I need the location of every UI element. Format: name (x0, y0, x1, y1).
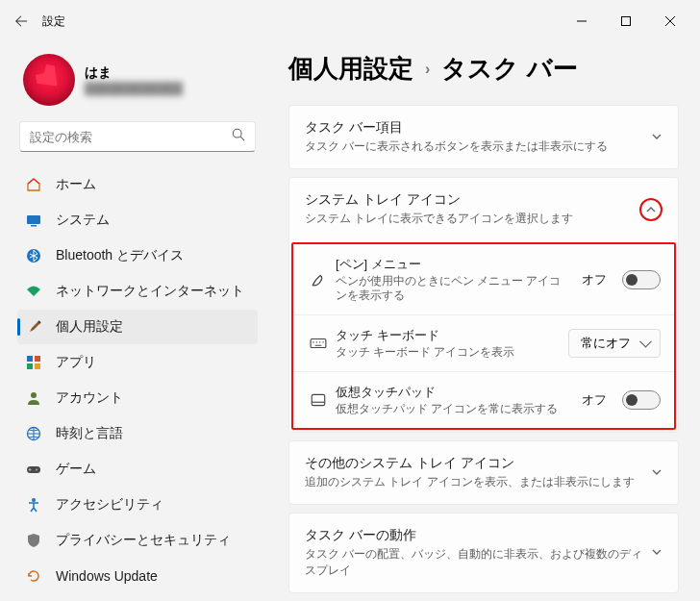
row-virtual-touchpad: 仮想タッチパッド 仮想タッチパッド アイコンを常に表示する オフ (293, 372, 674, 428)
sidebar-item-label: 時刻と言語 (56, 425, 123, 442)
card-taskbar-behavior[interactable]: タスク バーの動作 タスク バーの配置、バッジ、自動的に非表示、および複数のディ… (288, 513, 679, 593)
pen-icon (309, 271, 328, 288)
toggle-state-label: オフ (582, 271, 607, 288)
toggle-pen-menu[interactable] (622, 270, 661, 289)
card-title: システム トレイ アイコン (305, 191, 639, 209)
breadcrumb: 個人用設定 › タスク バー (288, 52, 679, 86)
sidebar-item-label: アカウント (56, 389, 123, 407)
chevron-up-highlight-icon (639, 198, 662, 221)
sidebar-item-accounts[interactable]: アカウント (17, 381, 258, 415)
window-title: 設定 (42, 13, 65, 30)
row-touch-keyboard: タッチ キーボード タッチ キーボード アイコンを表示 常にオフ (293, 315, 674, 372)
maximize-button[interactable] (604, 6, 648, 37)
page-title: タスク バー (441, 52, 577, 86)
card-title: タスク バーの動作 (305, 527, 651, 544)
avatar (23, 54, 75, 106)
search-box[interactable] (19, 121, 256, 152)
sidebar-item-gaming[interactable]: ゲーム (17, 452, 258, 487)
svg-rect-7 (27, 363, 33, 369)
user-email: ████████████ (85, 82, 183, 95)
sidebar-item-update[interactable]: Windows Update (17, 559, 258, 593)
minimize-icon (577, 16, 587, 26)
sidebar-item-bluetooth[interactable]: Bluetooth とデバイス (17, 238, 258, 273)
svg-rect-2 (27, 215, 40, 224)
sidebar-item-label: アクセシビリティ (56, 496, 163, 513)
sidebar-item-label: プライバシーとセキュリティ (56, 532, 231, 549)
svg-point-13 (32, 498, 36, 502)
row-title: タッチ キーボード (336, 327, 559, 344)
search-icon (232, 128, 245, 145)
user-name: はま (85, 64, 183, 82)
card-title: タスク バー項目 (305, 119, 651, 137)
chevron-right-icon: › (425, 61, 430, 78)
svg-rect-0 (622, 17, 631, 26)
home-icon (25, 176, 42, 193)
gamepad-icon (25, 461, 42, 478)
card-subtitle: タスク バーの配置、バッジ、自動的に非表示、および複数のディスプレイ (305, 546, 651, 579)
sidebar-item-label: 個人用設定 (56, 318, 123, 336)
touchpad-icon (309, 391, 328, 409)
bluetooth-icon (25, 247, 42, 264)
chevron-down-icon (651, 464, 662, 482)
toggle-virtual-touchpad[interactable] (622, 390, 661, 410)
accessibility-icon (25, 496, 42, 513)
globe-icon (25, 425, 42, 442)
sidebar-item-accessibility[interactable]: アクセシビリティ (17, 488, 258, 522)
card-subtitle: 追加のシステム トレイ アイコンを表示、または非表示にします (305, 474, 651, 490)
row-subtitle: 仮想タッチパッド アイコンを常に表示する (336, 402, 572, 416)
sidebar-item-label: ネットワークとインターネット (56, 283, 244, 300)
row-title: 仮想タッチパッド (336, 384, 572, 401)
select-touch-keyboard[interactable]: 常にオフ (568, 329, 661, 358)
back-button[interactable] (8, 8, 35, 35)
row-subtitle: タッチ キーボード アイコンを表示 (336, 345, 559, 360)
svg-point-9 (31, 392, 37, 398)
minimize-button[interactable] (560, 6, 604, 37)
update-icon (25, 567, 42, 585)
toggle-state-label: オフ (582, 391, 607, 409)
sidebar-item-apps[interactable]: アプリ (17, 345, 258, 380)
system-icon (25, 212, 42, 229)
keyboard-icon (309, 335, 328, 352)
card-title: その他のシステム トレイ アイコン (305, 455, 651, 472)
svg-rect-14 (311, 339, 326, 348)
sidebar-item-personalization[interactable]: 個人用設定 (17, 310, 258, 344)
svg-point-1 (233, 129, 241, 138)
svg-point-12 (36, 469, 38, 471)
svg-rect-3 (31, 225, 37, 227)
close-icon (665, 16, 675, 26)
sidebar-item-label: アプリ (56, 354, 96, 371)
svg-rect-15 (312, 394, 325, 405)
apps-icon (25, 354, 42, 371)
card-taskbar-items[interactable]: タスク バー項目 タスク バーに表示されるボタンを表示または非表示にする (288, 105, 679, 169)
card-subtitle: タスク バーに表示されるボタンを表示または非表示にする (305, 138, 651, 155)
card-header-systray[interactable]: システム トレイ アイコン システム トレイに表示できるアイコンを選択します (289, 178, 678, 240)
user-profile[interactable]: はま ████████████ (23, 54, 258, 106)
close-button[interactable] (648, 6, 692, 37)
sidebar-item-network[interactable]: ネットワークとインターネット (17, 274, 258, 309)
back-arrow-icon (14, 14, 28, 28)
sidebar-item-time-language[interactable]: 時刻と言語 (17, 416, 258, 451)
sidebar-item-system[interactable]: システム (17, 203, 258, 238)
sidebar-item-home[interactable]: ホーム (17, 167, 258, 202)
sidebar-item-label: システム (56, 212, 110, 229)
chevron-down-icon (651, 129, 662, 146)
sidebar-item-label: ホーム (56, 176, 96, 193)
svg-rect-8 (35, 363, 40, 369)
breadcrumb-root[interactable]: 個人用設定 (288, 52, 413, 86)
sidebar-item-privacy[interactable]: プライバシーとセキュリティ (17, 523, 258, 558)
chevron-down-icon (651, 544, 662, 562)
sidebar-item-label: Bluetooth とデバイス (56, 247, 184, 264)
card-other-systray[interactable]: その他のシステム トレイ アイコン 追加のシステム トレイ アイコンを表示、また… (288, 440, 679, 505)
card-subtitle: システム トレイに表示できるアイコンを選択します (305, 211, 639, 227)
person-icon (25, 389, 42, 407)
maximize-icon (621, 16, 631, 26)
sidebar-item-label: Windows Update (56, 568, 158, 584)
row-title: [ペン] メニュー (336, 256, 572, 273)
row-subtitle: ペンが使用中のときにペン メニュー アイコンを表示する (336, 274, 572, 303)
svg-rect-6 (35, 356, 40, 362)
sidebar-item-label: ゲーム (56, 461, 96, 478)
shield-icon (25, 532, 42, 549)
wifi-icon (25, 283, 42, 300)
brush-icon (25, 318, 42, 336)
search-input[interactable] (30, 130, 232, 144)
